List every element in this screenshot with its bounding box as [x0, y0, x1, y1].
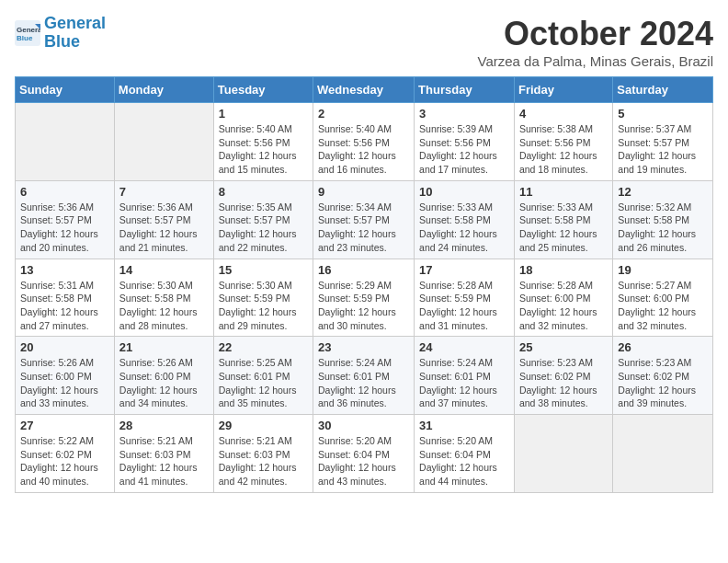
- calendar-cell: 30 Sunrise: 5:20 AM Sunset: 6:04 PM Dayl…: [313, 415, 415, 493]
- header-tuesday: Tuesday: [213, 77, 313, 103]
- day-info: Sunrise: 5:27 AM Sunset: 6:00 PM Dayligh…: [618, 279, 708, 333]
- day-number: 11: [519, 185, 608, 199]
- day-info: Sunrise: 5:25 AM Sunset: 6:01 PM Dayligh…: [219, 356, 308, 410]
- day-number: 29: [219, 419, 308, 432]
- calendar-cell: 19 Sunrise: 5:27 AM Sunset: 6:00 PM Dayl…: [613, 259, 713, 337]
- day-info: Sunrise: 5:32 AM Sunset: 5:58 PM Dayligh…: [618, 201, 708, 255]
- day-number: 24: [419, 340, 509, 354]
- day-number: 1: [219, 107, 308, 121]
- calendar-cell: 9 Sunrise: 5:34 AM Sunset: 5:57 PM Dayli…: [313, 180, 415, 259]
- calendar-cell: [16, 103, 115, 181]
- day-number: 12: [618, 185, 708, 199]
- calendar-cell: 24 Sunrise: 5:24 AM Sunset: 6:01 PM Dayl…: [415, 337, 515, 415]
- day-number: 15: [219, 263, 308, 277]
- day-number: 30: [318, 419, 409, 432]
- day-info: Sunrise: 5:21 AM Sunset: 6:03 PM Dayligh…: [219, 434, 308, 488]
- calendar-cell: 17 Sunrise: 5:28 AM Sunset: 5:59 PM Dayl…: [415, 259, 515, 337]
- logo: General Blue GeneralBlue: [15, 15, 106, 52]
- header-wednesday: Wednesday: [313, 77, 415, 103]
- calendar-table: SundayMondayTuesdayWednesdayThursdayFrid…: [15, 76, 713, 493]
- svg-text:Blue: Blue: [17, 34, 33, 42]
- day-info: Sunrise: 5:37 AM Sunset: 5:57 PM Dayligh…: [618, 122, 708, 177]
- calendar-cell: 12 Sunrise: 5:32 AM Sunset: 5:58 PM Dayl…: [613, 180, 713, 259]
- day-info: Sunrise: 5:40 AM Sunset: 5:56 PM Dayligh…: [318, 122, 409, 177]
- day-info: Sunrise: 5:30 AM Sunset: 5:59 PM Dayligh…: [219, 279, 308, 333]
- day-info: Sunrise: 5:40 AM Sunset: 5:56 PM Dayligh…: [219, 122, 308, 177]
- calendar-cell: 10 Sunrise: 5:33 AM Sunset: 5:58 PM Dayl…: [415, 180, 515, 259]
- day-info: Sunrise: 5:33 AM Sunset: 5:58 PM Dayligh…: [419, 201, 509, 255]
- calendar-cell: 2 Sunrise: 5:40 AM Sunset: 5:56 PM Dayli…: [313, 103, 415, 181]
- day-number: 26: [618, 340, 708, 354]
- header-thursday: Thursday: [415, 77, 515, 103]
- day-number: 3: [419, 107, 509, 121]
- day-info: Sunrise: 5:33 AM Sunset: 5:58 PM Dayligh…: [519, 201, 608, 255]
- day-info: Sunrise: 5:24 AM Sunset: 6:01 PM Dayligh…: [419, 356, 509, 410]
- day-number: 16: [318, 263, 409, 277]
- calendar-cell: 25 Sunrise: 5:23 AM Sunset: 6:02 PM Dayl…: [514, 337, 612, 415]
- day-info: Sunrise: 5:23 AM Sunset: 6:02 PM Dayligh…: [618, 356, 708, 410]
- day-info: Sunrise: 5:20 AM Sunset: 6:04 PM Dayligh…: [318, 434, 409, 488]
- location: Varzea da Palma, Minas Gerais, Brazil: [478, 53, 714, 69]
- calendar-cell: [514, 415, 612, 493]
- day-number: 6: [20, 185, 109, 199]
- day-number: 9: [318, 185, 409, 199]
- day-number: 10: [419, 185, 509, 199]
- calendar-cell: 27 Sunrise: 5:22 AM Sunset: 6:02 PM Dayl…: [16, 415, 115, 493]
- day-number: 7: [119, 185, 209, 199]
- calendar-cell: 28 Sunrise: 5:21 AM Sunset: 6:03 PM Dayl…: [114, 415, 213, 493]
- calendar-cell: 11 Sunrise: 5:33 AM Sunset: 5:58 PM Dayl…: [514, 180, 612, 259]
- calendar-cell: 3 Sunrise: 5:39 AM Sunset: 5:56 PM Dayli…: [415, 103, 515, 181]
- day-number: 20: [20, 340, 109, 354]
- calendar-cell: 6 Sunrise: 5:36 AM Sunset: 5:57 PM Dayli…: [16, 180, 115, 259]
- day-number: 13: [20, 263, 109, 277]
- calendar-cell: [114, 103, 213, 181]
- svg-text:General: General: [17, 26, 40, 34]
- day-info: Sunrise: 5:36 AM Sunset: 5:57 PM Dayligh…: [20, 201, 109, 255]
- calendar-cell: [613, 415, 713, 493]
- calendar-cell: 8 Sunrise: 5:35 AM Sunset: 5:57 PM Dayli…: [213, 180, 313, 259]
- calendar-cell: 16 Sunrise: 5:29 AM Sunset: 5:59 PM Dayl…: [313, 259, 415, 337]
- calendar-cell: 15 Sunrise: 5:30 AM Sunset: 5:59 PM Dayl…: [213, 259, 313, 337]
- calendar-cell: 4 Sunrise: 5:38 AM Sunset: 5:56 PM Dayli…: [514, 103, 612, 181]
- day-info: Sunrise: 5:21 AM Sunset: 6:03 PM Dayligh…: [119, 434, 209, 488]
- header-saturday: Saturday: [613, 77, 713, 103]
- week-row-4: 20 Sunrise: 5:26 AM Sunset: 6:00 PM Dayl…: [16, 337, 713, 415]
- day-info: Sunrise: 5:23 AM Sunset: 6:02 PM Dayligh…: [519, 356, 608, 410]
- day-info: Sunrise: 5:28 AM Sunset: 6:00 PM Dayligh…: [519, 279, 608, 333]
- day-number: 31: [419, 419, 509, 432]
- header-sunday: Sunday: [16, 77, 115, 103]
- day-number: 17: [419, 263, 509, 277]
- month-title: October 2024: [478, 15, 714, 53]
- day-info: Sunrise: 5:38 AM Sunset: 5:56 PM Dayligh…: [519, 122, 608, 177]
- calendar-cell: 7 Sunrise: 5:36 AM Sunset: 5:57 PM Dayli…: [114, 180, 213, 259]
- calendar-cell: 20 Sunrise: 5:26 AM Sunset: 6:00 PM Dayl…: [16, 337, 115, 415]
- header-friday: Friday: [514, 77, 612, 103]
- week-row-3: 13 Sunrise: 5:31 AM Sunset: 5:58 PM Dayl…: [16, 259, 713, 337]
- calendar-cell: 22 Sunrise: 5:25 AM Sunset: 6:01 PM Dayl…: [213, 337, 313, 415]
- logo-text: GeneralBlue: [44, 15, 106, 52]
- day-number: 14: [119, 263, 209, 277]
- day-info: Sunrise: 5:24 AM Sunset: 6:01 PM Dayligh…: [318, 356, 409, 410]
- day-number: 8: [219, 185, 308, 199]
- calendar-cell: 1 Sunrise: 5:40 AM Sunset: 5:56 PM Dayli…: [213, 103, 313, 181]
- day-number: 23: [318, 340, 409, 354]
- day-number: 19: [618, 263, 708, 277]
- calendar-cell: 29 Sunrise: 5:21 AM Sunset: 6:03 PM Dayl…: [213, 415, 313, 493]
- day-info: Sunrise: 5:20 AM Sunset: 6:04 PM Dayligh…: [419, 434, 509, 488]
- day-info: Sunrise: 5:35 AM Sunset: 5:57 PM Dayligh…: [219, 201, 308, 255]
- day-info: Sunrise: 5:31 AM Sunset: 5:58 PM Dayligh…: [20, 279, 109, 333]
- page-header: General Blue GeneralBlue October 2024 Va…: [15, 15, 713, 69]
- calendar-cell: 18 Sunrise: 5:28 AM Sunset: 6:00 PM Dayl…: [514, 259, 612, 337]
- week-row-1: 1 Sunrise: 5:40 AM Sunset: 5:56 PM Dayli…: [16, 103, 713, 181]
- day-number: 2: [318, 107, 409, 121]
- title-block: October 2024 Varzea da Palma, Minas Gera…: [478, 15, 714, 69]
- day-number: 21: [119, 340, 209, 354]
- day-info: Sunrise: 5:26 AM Sunset: 6:00 PM Dayligh…: [20, 356, 109, 410]
- calendar-cell: 21 Sunrise: 5:26 AM Sunset: 6:00 PM Dayl…: [114, 337, 213, 415]
- day-number: 25: [519, 340, 608, 354]
- day-info: Sunrise: 5:28 AM Sunset: 5:59 PM Dayligh…: [419, 279, 509, 333]
- day-info: Sunrise: 5:34 AM Sunset: 5:57 PM Dayligh…: [318, 201, 409, 255]
- day-info: Sunrise: 5:29 AM Sunset: 5:59 PM Dayligh…: [318, 279, 409, 333]
- day-number: 18: [519, 263, 608, 277]
- calendar-cell: 13 Sunrise: 5:31 AM Sunset: 5:58 PM Dayl…: [16, 259, 115, 337]
